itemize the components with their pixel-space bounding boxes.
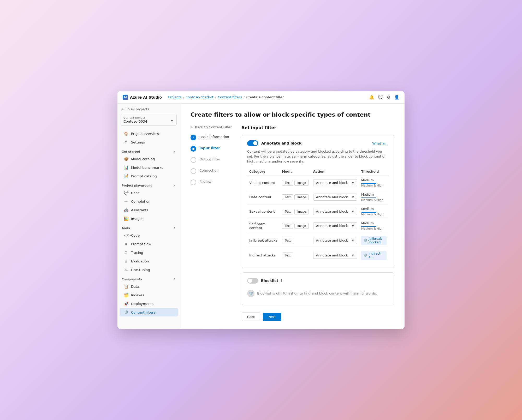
- what-are-link[interactable]: What ar...: [372, 141, 389, 145]
- brand: AI Azure AI Studio: [123, 95, 162, 100]
- threshold-sub-selfharm: Medium & High: [361, 227, 387, 230]
- action-select-indirect[interactable]: Annotate and block ∨: [313, 252, 357, 259]
- annotate-block-toggle[interactable]: [247, 140, 258, 146]
- table-row: Self-harm content Text Image: [247, 219, 389, 233]
- project-selector[interactable]: Current project Contoso-0034 ⌄: [121, 114, 177, 126]
- media-btn-text-selfharm[interactable]: Text: [282, 223, 293, 229]
- threshold-sexual: Medium Medium & High: [361, 207, 387, 216]
- action-select-sexual[interactable]: Annotate and block ∨: [313, 208, 357, 215]
- brand-icon: AI: [123, 95, 128, 100]
- action-select-selfharm[interactable]: Annotate and block ∨: [313, 222, 357, 229]
- sidebar-item-deployments[interactable]: 🚀 Deployments: [120, 299, 178, 308]
- sidebar-item-settings[interactable]: ⚙️ Settings: [120, 138, 178, 146]
- step-label-3: Output filter: [199, 157, 220, 161]
- section-project-playground-label: Project playground: [122, 184, 152, 187]
- home-icon: 🏠: [124, 131, 128, 136]
- action-label-hate: Annotate and block: [316, 195, 348, 199]
- fine-tuning-icon: ⚖️: [124, 268, 128, 272]
- sidebar-item-tracing[interactable]: ⬡ Tracing: [120, 248, 178, 257]
- media-sexual: Text Image: [282, 209, 309, 214]
- model-catalog-icon: 📦: [124, 157, 128, 161]
- blocklist-toggle[interactable]: [247, 278, 258, 284]
- bell-icon[interactable]: 🔔: [369, 95, 374, 100]
- breadcrumb: Projects / contoso-chatbot / Content fil…: [168, 95, 369, 99]
- collapse-icon-playground[interactable]: ∧: [173, 184, 176, 187]
- images-icon: 🖼️: [124, 217, 128, 221]
- table-row: Hate content Text Image: [247, 190, 389, 204]
- sidebar-item-evaluation[interactable]: ⊞ Evaluation: [120, 257, 178, 265]
- threshold-label-violent: Medium: [361, 178, 387, 182]
- media-btn-text-hate[interactable]: Text: [282, 194, 293, 200]
- step-label-5: Review: [199, 179, 211, 184]
- breadcrumb-content-filters[interactable]: Content filters: [218, 95, 242, 99]
- info-icon[interactable]: ℹ: [281, 279, 282, 283]
- sidebar-item-prompt-catalog[interactable]: 📝 Prompt catalog: [120, 172, 178, 180]
- wizard-steps: ← Back to Content Filter ✓ Basic informa…: [191, 125, 232, 321]
- breadcrumb-sep-3: /: [244, 95, 245, 99]
- sidebar-item-model-catalog[interactable]: 📦 Model catalog: [120, 155, 178, 163]
- back-button[interactable]: Back: [242, 313, 260, 321]
- threshold-label-sexual: Medium: [361, 207, 387, 211]
- collapse-icon-get-started[interactable]: ∧: [173, 150, 176, 153]
- section-tools-label: Tools: [122, 226, 130, 230]
- sidebar-item-fine-tuning[interactable]: ⚖️ Fine-tuning: [120, 266, 178, 274]
- chat-nav-icon: 💬: [124, 191, 128, 195]
- action-select-hate[interactable]: Annotate and block ∨: [313, 194, 357, 201]
- evaluation-icon: ⊞: [124, 259, 128, 263]
- blocklist-card: Blocklist ℹ 🛡️ Blocklist is off. Turn it…: [242, 272, 394, 305]
- sidebar-item-chat[interactable]: 💬 Chat: [120, 189, 178, 197]
- table-row: Sexual content Text Image: [247, 204, 389, 219]
- sidebar-back-button[interactable]: ← To all projects: [117, 104, 180, 114]
- section-project-playground: Project playground ∧: [117, 181, 180, 188]
- breadcrumb-projects[interactable]: Projects: [168, 95, 181, 99]
- collapse-icon-tools[interactable]: ∧: [173, 226, 176, 230]
- sidebar-item-data[interactable]: 📋 Data: [120, 282, 178, 291]
- blocklist-off-message: 🛡️ Blocklist is off. Turn it on to find …: [247, 287, 389, 300]
- brand-name: Azure AI Studio: [130, 95, 162, 99]
- sidebar-item-code[interactable]: </> Code: [120, 231, 178, 239]
- media-btn-image-sexual[interactable]: Image: [294, 209, 309, 214]
- threshold-sub-sexual: Medium & High: [361, 213, 387, 216]
- sidebar-item-indexes[interactable]: 🗂️ Indexes: [120, 291, 178, 299]
- media-btn-image-hate[interactable]: Image: [294, 194, 309, 200]
- indirect-badge-label: Indirect a...: [369, 252, 384, 259]
- sidebar-label-model-benchmarks: Model benchmarks: [131, 166, 163, 170]
- chat-icon[interactable]: 💬: [378, 95, 383, 100]
- sidebar: ← To all projects Current project Contos…: [117, 104, 180, 329]
- wizard-back-button[interactable]: ← Back to Content Filter: [191, 125, 232, 129]
- wizard-footer: Back Next: [242, 313, 394, 321]
- breadcrumb-chatbot[interactable]: contoso-chatbot: [186, 95, 213, 99]
- chevron-down-icon-indirect: ∨: [352, 253, 354, 257]
- threshold-label-selfharm: Medium: [361, 221, 387, 225]
- media-btn-text-jailbreak[interactable]: Text: [282, 238, 293, 243]
- settings-icon[interactable]: ⚙️: [387, 95, 390, 100]
- sidebar-item-assistants[interactable]: 🤖 Assistants: [120, 206, 178, 214]
- step-label-4: Connection: [199, 168, 219, 172]
- sidebar-item-prompt-flow[interactable]: ◈ Prompt flow: [120, 240, 178, 248]
- media-btn-text-indirect[interactable]: Text: [282, 253, 293, 258]
- step-circle-2: ●: [191, 146, 196, 152]
- sidebar-item-completion[interactable]: ✏️ Completion: [120, 197, 178, 206]
- sidebar-item-model-benchmarks[interactable]: 📊 Model benchmarks: [120, 163, 178, 172]
- media-btn-image-selfharm[interactable]: Image: [294, 223, 309, 229]
- model-benchmarks-icon: 📊: [124, 165, 128, 170]
- media-btn-text-violent[interactable]: Text: [282, 180, 293, 186]
- project-info: Current project Contoso-0034: [123, 116, 147, 123]
- collapse-icon-components[interactable]: ∧: [173, 277, 176, 281]
- sidebar-label-indexes: Indexes: [131, 293, 144, 297]
- action-select-violent[interactable]: Annotate and block ∨: [313, 179, 357, 186]
- sidebar-item-content-filters[interactable]: 🛡️ Content filters: [120, 308, 178, 316]
- media-btn-image-violent[interactable]: Image: [294, 180, 309, 186]
- media-btn-text-sexual[interactable]: Text: [282, 209, 293, 214]
- app-window: AI Azure AI Studio Projects / contoso-ch…: [117, 91, 405, 329]
- topbar-actions: 🔔 💬 ⚙️ 👤: [369, 95, 399, 100]
- sidebar-item-project-overview[interactable]: 🏠 Project overview: [120, 129, 178, 138]
- next-button[interactable]: Next: [263, 313, 281, 321]
- wizard-back-arrow: ←: [191, 125, 193, 129]
- annotate-block-card: Annotate and block What ar... Content wi…: [242, 135, 394, 268]
- sidebar-item-images[interactable]: 🖼️ Images: [120, 214, 178, 223]
- user-icon[interactable]: 👤: [394, 95, 399, 100]
- action-select-jailbreak[interactable]: Annotate and block ∨: [313, 237, 357, 244]
- media-selfharm: Text Image: [282, 223, 309, 229]
- table-row: Jailbreak attacks Text Annotate and: [247, 233, 389, 248]
